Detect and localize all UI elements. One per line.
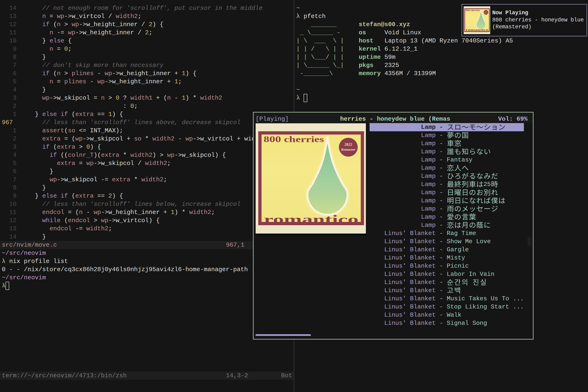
svg-text:800 cherries: 800 cherries	[466, 9, 480, 12]
svg-text:Remaster: Remaster	[484, 12, 488, 14]
svg-text:2022: 2022	[344, 142, 352, 146]
svg-text:800 cherries: 800 cherries	[264, 134, 324, 144]
svg-text:Remaster: Remaster	[341, 148, 356, 152]
svg-text:romantico: romantico	[466, 28, 488, 32]
svg-text:romantico: romantico	[264, 213, 358, 226]
svg-text:2022: 2022	[485, 11, 487, 12]
